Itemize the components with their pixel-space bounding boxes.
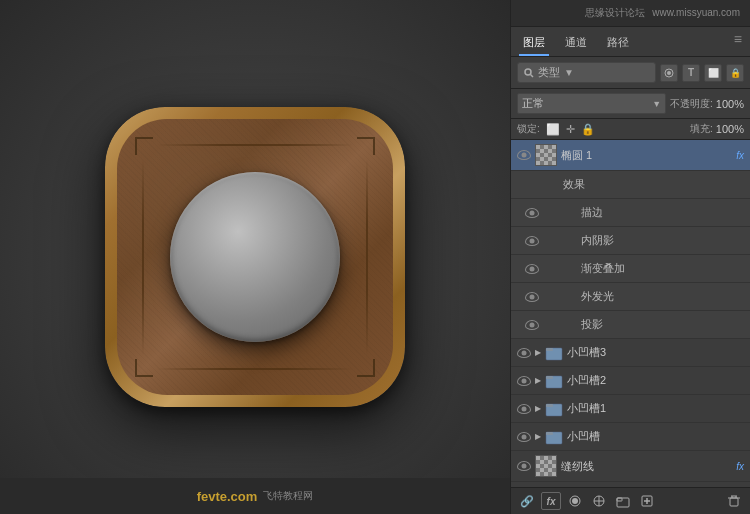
lock-move-btn[interactable]: ✛ — [566, 123, 575, 136]
layer-item[interactable]: 渐变叠加 — [511, 255, 750, 283]
watermark-sub: 飞特教程网 — [263, 489, 313, 503]
layer-item[interactable]: ▶ 小凹槽2 — [511, 367, 750, 395]
layer-item[interactable]: 外发光 — [511, 283, 750, 311]
layer-visibility-toggle[interactable] — [525, 292, 539, 302]
layer-visibility-toggle[interactable] — [525, 236, 539, 246]
layer-name: 小凹槽2 — [567, 373, 744, 388]
search-box[interactable]: 类型 ▼ — [517, 62, 656, 83]
layer-item[interactable]: ▶ 小凹槽 — [511, 423, 750, 451]
layer-visibility-toggle[interactable] — [517, 376, 531, 386]
new-group-btn[interactable] — [613, 492, 633, 510]
adjustment-btn[interactable]: ⬜ — [704, 64, 722, 82]
site-url: www.missyuan.com — [652, 7, 740, 18]
layer-item[interactable]: 椭圆 1 fx — [511, 140, 750, 171]
lock-row: 锁定: ⬜ ✛ 🔒 填充: 100% — [511, 119, 750, 140]
blend-mode-value: 正常 — [522, 96, 544, 111]
mask-icon — [568, 494, 582, 508]
layer-item[interactable]: 描边 — [511, 199, 750, 227]
delete-layer-btn[interactable] — [724, 492, 744, 510]
layer-name: 内阴影 — [561, 233, 744, 248]
lock-pixel-btn[interactable]: ⬜ — [546, 123, 560, 136]
svg-rect-20 — [730, 498, 738, 506]
layer-name: 小凹槽1 — [567, 401, 744, 416]
lock-all-btn[interactable]: 🔒 — [581, 123, 595, 136]
watermark: fevte.com 飞特教程网 — [0, 478, 510, 514]
folder-icon — [545, 372, 563, 390]
adjustment-layer-icon — [592, 494, 606, 508]
add-layer-style-btn[interactable]: fx — [541, 492, 561, 510]
canvas-area — [0, 0, 510, 514]
svg-point-13 — [572, 498, 578, 504]
blend-mode-row: 正常 ▼ 不透明度: 100% — [511, 89, 750, 119]
layer-name: 小凹槽3 — [567, 345, 744, 360]
expand-arrow-icon[interactable]: ▶ — [535, 348, 541, 357]
search-icon — [524, 68, 534, 78]
link-layers-btn[interactable]: 🔗 — [517, 492, 537, 510]
layer-item[interactable]: 投影 — [511, 311, 750, 339]
search-dropdown-arrow[interactable]: ▼ — [564, 67, 574, 78]
layer-visibility-toggle[interactable] — [517, 150, 531, 160]
fill-value[interactable]: 100% — [716, 123, 744, 135]
layer-item[interactable]: ▶ 小凹槽3 — [511, 339, 750, 367]
wood-line-left — [142, 159, 144, 355]
svg-rect-15 — [617, 498, 629, 507]
tab-paths[interactable]: 路径 — [603, 31, 633, 56]
svg-point-3 — [667, 71, 671, 75]
layer-visibility-toggle[interactable] — [525, 208, 539, 218]
svg-rect-11 — [546, 432, 553, 435]
knob-circle — [170, 172, 340, 342]
layer-name: 效果 — [553, 177, 744, 192]
app-icon — [105, 107, 405, 407]
layers-list: 椭圆 1 fx 效果 描边 内阴影 渐变叠加 — [511, 140, 750, 487]
svg-rect-16 — [617, 498, 622, 501]
blend-mode-select[interactable]: 正常 ▼ — [517, 93, 666, 114]
site-title: 思缘设计论坛 — [585, 7, 645, 18]
layer-filter-mode-btn[interactable] — [660, 64, 678, 82]
bottom-bar: 🔗 fx — [511, 487, 750, 514]
add-mask-btn[interactable] — [565, 492, 585, 510]
folder-icon — [545, 428, 563, 446]
layer-visibility-toggle[interactable] — [517, 461, 531, 471]
layer-visibility-toggle[interactable] — [517, 432, 531, 442]
text-icon: T — [688, 67, 694, 78]
tabs-row: 图层 通道 路径 ≡ — [511, 27, 750, 57]
layer-name: 投影 — [561, 317, 744, 332]
layer-visibility-toggle[interactable] — [525, 264, 539, 274]
svg-point-0 — [525, 69, 531, 75]
search-row: 类型 ▼ T ⬜ 🔒 — [511, 57, 750, 89]
right-panel: 思缘设计论坛 www.missyuan.com 图层 通道 路径 ≡ 类型 ▼ … — [510, 0, 750, 514]
layer-name: 外发光 — [561, 289, 744, 304]
layer-visibility-toggle[interactable] — [517, 404, 531, 414]
lock-label: 锁定: — [517, 122, 540, 136]
layer-name: 描边 — [561, 205, 744, 220]
layer-name: 渐变叠加 — [561, 261, 744, 276]
expand-arrow-icon[interactable]: ▶ — [535, 432, 541, 441]
folder-icon — [545, 344, 563, 362]
panel-menu-icon[interactable]: ≡ — [734, 31, 742, 56]
layer-thumbnail — [535, 455, 557, 477]
layer-item[interactable]: ▶ 小凹槽1 — [511, 395, 750, 423]
corner-tl — [135, 137, 153, 155]
layer-item[interactable]: 效果 — [511, 171, 750, 199]
tab-channels[interactable]: 通道 — [561, 31, 591, 56]
watermark-main: fevte.com — [197, 489, 258, 504]
opacity-value[interactable]: 100% — [716, 98, 744, 110]
new-layer-btn[interactable] — [637, 492, 657, 510]
lock-btn[interactable]: 🔒 — [726, 64, 744, 82]
layer-visibility-toggle[interactable] — [525, 320, 539, 330]
layer-item[interactable]: 缝纫线 fx — [511, 451, 750, 482]
text-layer-btn[interactable]: T — [682, 64, 700, 82]
layer-item[interactable]: 内阴影 — [511, 227, 750, 255]
trash-icon — [727, 494, 741, 508]
expand-arrow-icon[interactable]: ▶ — [535, 376, 541, 385]
opacity-row: 不透明度: 100% — [670, 97, 744, 111]
wood-line-top — [157, 144, 353, 146]
new-adjustment-btn[interactable] — [589, 492, 609, 510]
svg-rect-9 — [546, 404, 553, 407]
layer-visibility-toggle[interactable] — [517, 348, 531, 358]
wood-line-right — [366, 159, 368, 355]
expand-arrow-icon[interactable]: ▶ — [535, 404, 541, 413]
tab-layers[interactable]: 图层 — [519, 31, 549, 56]
fx-badge: fx — [736, 461, 744, 472]
lock-icon: 🔒 — [730, 68, 741, 78]
